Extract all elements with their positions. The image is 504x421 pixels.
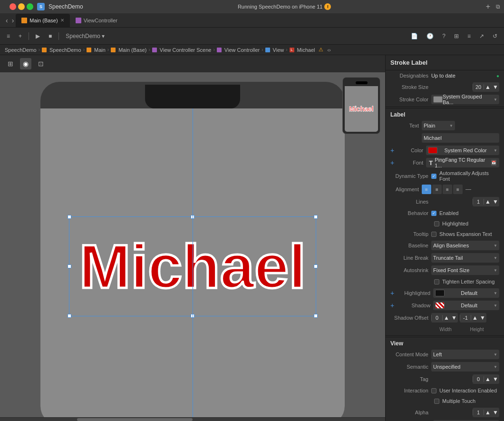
font-add[interactable]: + — [390, 159, 394, 166]
align-right-button[interactable]: ≡ — [443, 185, 452, 194]
bc-vc-scene[interactable]: View Controller Scene — [160, 47, 212, 53]
refresh-button[interactable]: ↺ — [490, 30, 500, 42]
library-button[interactable]: ⊞ — [451, 30, 462, 42]
box-tool[interactable]: ⊡ — [35, 58, 47, 69]
bc-icon-1 — [42, 48, 47, 52]
bc-main[interactable]: Main — [94, 47, 106, 53]
enabled-checkbox[interactable]: ✓ — [431, 211, 436, 216]
handle-tm[interactable] — [191, 215, 194, 219]
text-type-select[interactable]: Plain ▼ — [422, 121, 455, 130]
canvas-scrollbar[interactable] — [0, 417, 385, 421]
handle-tr[interactable] — [314, 215, 318, 219]
tab-viewcontroller[interactable]: ViewController — [70, 14, 123, 27]
shadow-h-down[interactable]: ▼ — [479, 313, 486, 323]
handle-bm[interactable] — [191, 314, 194, 318]
tooltip-checkbox[interactable] — [431, 232, 436, 237]
bc-michael[interactable]: Michael — [297, 47, 315, 53]
content-mode-select[interactable]: Left ▼ — [431, 350, 499, 359]
bc-view[interactable]: View — [273, 47, 284, 53]
bc-warning: ⚠ — [319, 47, 323, 53]
scheme-selector[interactable]: SpeechDemo ▾ — [63, 30, 107, 42]
autoshrink-row: Autoshrink Fixed Font Size ▼ — [386, 264, 504, 276]
align-justify-button[interactable]: ≡ — [453, 185, 463, 194]
shadow-width-stepper[interactable]: 0 ▲ ▼ — [431, 313, 458, 323]
color-select[interactable]: System Red Color ▼ — [426, 146, 499, 155]
scrollbar-thumb[interactable] — [77, 418, 193, 421]
run-button[interactable]: ▶ — [33, 30, 43, 42]
hl-add[interactable]: + — [390, 289, 394, 297]
stroke-size-stepper[interactable]: 20 ▲ ▼ — [473, 82, 499, 92]
shadow-w-down[interactable]: ▼ — [450, 313, 458, 323]
lines-increment[interactable]: ▲ — [484, 197, 492, 206]
handle-br[interactable] — [314, 314, 318, 318]
handle-ml[interactable] — [68, 264, 71, 268]
close-button[interactable] — [10, 3, 16, 10]
clock-button[interactable]: 🕐 — [424, 30, 436, 42]
canvas-content[interactable]: Michael Michael — [0, 72, 385, 417]
lines-stepper[interactable]: 1 ▲ ▼ — [473, 197, 499, 206]
document-button[interactable]: 📄 — [408, 30, 421, 42]
auto-adjusts-checkbox[interactable]: ✓ — [431, 174, 436, 179]
lines-decrement[interactable]: ▼ — [492, 197, 499, 206]
alpha-increment[interactable]: ▲ — [484, 408, 492, 417]
inspector-button[interactable]: ≡ — [465, 30, 474, 42]
window-split-button[interactable]: ⧉ — [496, 3, 500, 10]
line-break-select[interactable]: Truncate Tail ▼ — [431, 253, 499, 263]
text-value-row — [386, 132, 504, 144]
user-interaction-checkbox[interactable] — [431, 388, 436, 393]
align-center-button[interactable]: ≡ — [432, 185, 442, 194]
align-left-button[interactable]: ≡ — [422, 185, 431, 194]
autoshrink-select[interactable]: Fixed Font Size ▼ — [431, 265, 499, 275]
alignment-buttons: ≡ ≡ ≡ ≡ — — [422, 185, 473, 194]
shadow-select[interactable]: Default ▼ — [433, 301, 499, 310]
bc-nav-arrows[interactable]: ‹› — [327, 47, 330, 53]
bc-speechdemo-1[interactable]: SpeechDemo — [5, 47, 37, 53]
label-container[interactable]: Michael — [69, 216, 316, 316]
handle-bl[interactable] — [68, 314, 71, 318]
minimize-button[interactable] — [18, 3, 25, 10]
hl-select[interactable]: Default ▼ — [433, 288, 499, 298]
color-add[interactable]: + — [390, 147, 394, 154]
semantic-select[interactable]: Unspecified ▼ — [431, 362, 499, 372]
baseline-select[interactable]: Align Baselines ▼ — [431, 241, 499, 250]
add-tab-button[interactable]: + — [486, 2, 490, 11]
bc-vc[interactable]: View Controller — [224, 47, 260, 53]
stop-button[interactable]: ■ — [46, 30, 55, 42]
tab-main-base[interactable]: Main (Base) ✕ — [16, 14, 69, 27]
shadow-height-stepper[interactable]: -1 ▲ ▼ — [460, 313, 486, 323]
tab-close-main[interactable]: ✕ — [60, 18, 64, 23]
help-button[interactable]: ? — [439, 30, 448, 42]
main-area: ⊞ ◉ ⊡ — [0, 55, 504, 421]
multiple-touch-checkbox[interactable] — [434, 399, 439, 404]
bc-main-base[interactable]: Main (Base) — [118, 47, 146, 53]
handle-tl[interactable] — [68, 215, 71, 219]
nav-fwd[interactable]: › — [10, 14, 16, 27]
maximize-button[interactable] — [27, 3, 33, 10]
share-button[interactable]: ↗ — [476, 30, 487, 42]
alpha-decrement[interactable]: ▼ — [492, 408, 499, 417]
alpha-stepper[interactable]: 1 ▲ ▼ — [473, 408, 499, 417]
tighten-checkbox[interactable] — [434, 279, 439, 284]
handle-mr[interactable] — [314, 264, 318, 268]
align-tool[interactable]: ⊞ — [5, 58, 16, 69]
sidebar-toggle[interactable]: ≡ — [4, 30, 13, 42]
shadow-add[interactable]: + — [390, 302, 394, 309]
tag-increment[interactable]: ▲ — [484, 374, 492, 384]
bc-speechdemo-2[interactable]: SpeechDemo — [49, 47, 81, 53]
shadow-w-up[interactable]: ▲ — [443, 313, 450, 323]
stroke-size-increment[interactable]: ▲ — [484, 82, 492, 92]
highlighted-checkbox[interactable] — [434, 221, 439, 226]
font-calendar-icon[interactable]: 📅 — [491, 160, 496, 166]
add-button[interactable]: + — [16, 30, 25, 42]
stroke-size-decrement[interactable]: ▼ — [492, 82, 499, 92]
bc-sep-6: › — [262, 47, 263, 52]
tag-stepper[interactable]: 0 ▲ ▼ — [473, 374, 499, 384]
shadow-h-up[interactable]: ▲ — [471, 313, 479, 323]
text-value-input[interactable] — [422, 133, 499, 143]
select-tool[interactable]: ◉ — [20, 58, 31, 69]
tag-decrement[interactable]: ▼ — [492, 374, 499, 384]
toolbar-separator-1 — [29, 32, 29, 40]
font-display[interactable]: T PingFang TC Regular 1... 📅 — [426, 158, 499, 167]
stroke-color-select[interactable]: System Grouped Ba... ▼ — [431, 95, 499, 104]
nav-back[interactable]: ‹ — [4, 14, 10, 27]
